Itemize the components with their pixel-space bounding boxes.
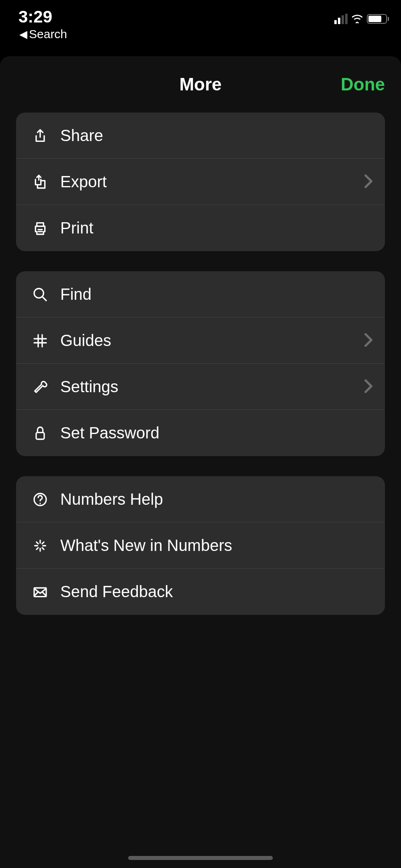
- chevron-right-icon: [364, 379, 373, 395]
- sparkle-icon: [24, 538, 56, 554]
- sheet-header: More Done: [0, 56, 401, 113]
- guides-icon: [24, 333, 56, 349]
- print-icon: [24, 220, 56, 236]
- menu-item-whats-new[interactable]: What's New in Numbers: [16, 522, 385, 569]
- menu-group-help: Numbers Help What's New in Numbers Send …: [16, 476, 385, 615]
- status-left: 3:29 ◀ Search: [18, 7, 67, 41]
- menu-label: Numbers Help: [60, 490, 373, 508]
- menu-label: Export: [60, 173, 364, 191]
- more-sheet: More Done Share Export Print: [0, 56, 401, 868]
- menu-label: Find: [60, 285, 373, 303]
- menu-label: Settings: [60, 378, 364, 396]
- lock-icon: [24, 425, 56, 441]
- help-icon: [24, 491, 56, 508]
- export-icon: [24, 174, 56, 190]
- menu-item-numbers-help[interactable]: Numbers Help: [16, 476, 385, 522]
- settings-icon: [24, 379, 56, 395]
- share-icon: [24, 128, 56, 144]
- svg-rect-1: [36, 432, 44, 439]
- back-to-search[interactable]: ◀ Search: [19, 27, 67, 41]
- menu-item-export[interactable]: Export: [16, 159, 385, 205]
- menu-label: Guides: [60, 332, 364, 350]
- status-time: 3:29: [18, 7, 67, 27]
- status-bar: 3:29 ◀ Search: [0, 0, 401, 41]
- menu-group-tools: Find Guides Settings Set Password: [16, 271, 385, 456]
- menu-label: Share: [60, 127, 373, 145]
- chevron-right-icon: [364, 174, 373, 190]
- menu-item-find[interactable]: Find: [16, 271, 385, 317]
- menu-item-print[interactable]: Print: [16, 205, 385, 251]
- menu-item-send-feedback[interactable]: Send Feedback: [16, 569, 385, 615]
- sheet-title: More: [179, 74, 221, 94]
- back-caret-icon: ◀: [19, 28, 27, 41]
- menu-label: Set Password: [60, 424, 373, 442]
- mail-icon: [24, 584, 56, 600]
- menu-item-share[interactable]: Share: [16, 113, 385, 159]
- battery-icon: [367, 14, 389, 24]
- menu-item-guides[interactable]: Guides: [16, 317, 385, 364]
- menu-label: Send Feedback: [60, 583, 373, 601]
- menu-item-settings[interactable]: Settings: [16, 364, 385, 410]
- cellular-signal-icon: [334, 14, 348, 24]
- wifi-icon: [351, 13, 364, 25]
- chevron-right-icon: [364, 333, 373, 349]
- menu-item-set-password[interactable]: Set Password: [16, 410, 385, 456]
- status-icons: [334, 7, 389, 25]
- back-label: Search: [29, 27, 67, 41]
- done-button[interactable]: Done: [341, 74, 385, 94]
- search-icon: [24, 287, 56, 303]
- menu-group-share: Share Export Print: [16, 113, 385, 251]
- home-indicator[interactable]: [128, 856, 273, 860]
- menu-label: What's New in Numbers: [60, 536, 373, 555]
- menu-label: Print: [60, 219, 373, 237]
